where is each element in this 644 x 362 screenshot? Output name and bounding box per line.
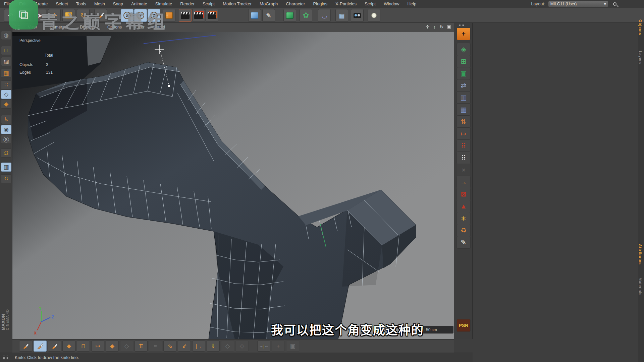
tab-attributes[interactable]: Attributes: [638, 244, 642, 265]
menu-animate[interactable]: Animate: [127, 1, 151, 6]
menu-create[interactable]: Create: [31, 1, 52, 6]
rotate-plane-button[interactable]: ⇘: [163, 341, 176, 352]
viewport-zoom-icon[interactable]: ↕: [431, 24, 438, 31]
bevel-button[interactable]: ◆: [62, 341, 75, 352]
menu-mograph[interactable]: MoGraph: [256, 1, 282, 6]
pen-spline-button[interactable]: ✎: [262, 9, 275, 22]
recycle-optimize-button[interactable]: ♻: [457, 224, 471, 237]
viewport-rotate-icon[interactable]: ↻: [438, 24, 445, 31]
fold-export-button[interactable]: →: [457, 176, 471, 188]
layout-dropdown[interactable]: MILG11 (User) ▾: [548, 1, 608, 7]
snap-s-button[interactable]: Ⓢ: [1, 135, 11, 144]
weld-center-button[interactable]: →|←: [257, 341, 270, 352]
viewport-camera-label[interactable]: Perspective: [19, 38, 41, 43]
search-icon[interactable]: [613, 2, 616, 6]
render-settings-button[interactable]: [206, 9, 218, 22]
polygons-mode-button[interactable]: ◆: [1, 100, 11, 109]
make-editable-button[interactable]: ◍: [1, 31, 11, 40]
menu-motion-tracker[interactable]: Motion Tracker: [219, 1, 256, 6]
menu-help[interactable]: Help: [403, 1, 420, 6]
menu-mesh[interactable]: Mesh: [90, 1, 109, 6]
workplane-mode-button[interactable]: ▦: [1, 69, 11, 78]
grip-icon[interactable]: [15, 25, 20, 30]
matrix-extrude-button[interactable]: ⇈: [135, 341, 148, 352]
white-dots-button[interactable]: ⠿: [457, 152, 471, 164]
psr-reset-button[interactable]: PSR: [457, 319, 471, 332]
menu-tools[interactable]: Tools: [72, 1, 90, 6]
lock-y-axis-button[interactable]: Y: [134, 9, 147, 22]
menu-edit[interactable]: Edit: [15, 1, 31, 6]
menu-x-particles[interactable]: X-Particles: [331, 1, 361, 6]
floor-environment-button[interactable]: ▦: [335, 9, 348, 22]
point-generator-button[interactable]: ◈: [457, 43, 471, 56]
render-to-picture-viewer-button[interactable]: [192, 9, 205, 22]
red-dots-button[interactable]: ⠿: [457, 139, 471, 152]
viewport-menu-cameras[interactable]: Cameras: [50, 25, 67, 29]
move-tool-button[interactable]: ✛: [48, 9, 61, 22]
viewport-pan-icon[interactable]: ✛: [424, 24, 431, 31]
add-primitive-button[interactable]: [248, 9, 261, 22]
mograph-button[interactable]: ✿: [300, 9, 312, 22]
menu-snap[interactable]: Snap: [109, 1, 127, 6]
rotate-tool-button[interactable]: ↻: [77, 9, 90, 22]
undo-button[interactable]: ↶: [4, 9, 17, 22]
set-flow-button[interactable]: ⇓: [207, 341, 220, 352]
model-mode-button[interactable]: □: [1, 46, 11, 55]
live-selection-button[interactable]: ➤: [34, 9, 46, 22]
deformer-button[interactable]: ◡: [318, 9, 331, 22]
edge-cut-button[interactable]: |→: [192, 341, 205, 352]
enable-axis-button[interactable]: ↳: [1, 115, 11, 124]
menu-sculpt[interactable]: Sculpt: [199, 1, 219, 6]
matrix-table-button[interactable]: ▦: [457, 103, 471, 116]
menu-window[interactable]: Window: [380, 1, 403, 6]
planar-workplane-button[interactable]: ↻: [1, 174, 11, 183]
viewport-menu-view[interactable]: View: [28, 25, 37, 29]
lock-x-axis-button[interactable]: X: [121, 9, 133, 22]
delete-window-button[interactable]: ⊠: [457, 188, 471, 200]
snapping-magnet-button[interactable]: Ω: [1, 148, 11, 158]
texture-mode-button[interactable]: ▨: [1, 57, 11, 66]
subdivision-surface-button[interactable]: [283, 9, 296, 22]
bridge-button[interactable]: ⊓: [77, 341, 90, 352]
tab-objects[interactable]: Objects: [638, 19, 642, 35]
render-view-button[interactable]: [179, 9, 192, 22]
align-button[interactable]: ↦: [457, 127, 471, 140]
menu-script[interactable]: Script: [361, 1, 380, 6]
polygon-knife-button[interactable]: [19, 341, 32, 352]
menu-simulate[interactable]: Simulate: [151, 1, 176, 6]
cube-points-button[interactable]: ⊞: [457, 55, 471, 68]
menu-plugins[interactable]: Plugins: [309, 1, 331, 6]
loop-cut-button[interactable]: [48, 341, 61, 352]
explode-segments-button[interactable]: ▣: [457, 67, 471, 80]
viewport-menu-options[interactable]: Options: [107, 25, 122, 29]
tab-layers[interactable]: Layers: [638, 51, 642, 64]
edit-window-button[interactable]: ✎: [457, 236, 471, 249]
camera-button[interactable]: [351, 9, 364, 22]
extrude-button[interactable]: ◆: [106, 341, 119, 352]
viewport-menu-display[interactable]: Display: [80, 25, 94, 29]
grip-icon[interactable]: [459, 23, 464, 26]
menu-file[interactable]: File: [0, 1, 15, 6]
redo-button[interactable]: ↷: [18, 9, 31, 22]
menu-select[interactable]: Select: [52, 1, 72, 6]
triangulate-button[interactable]: ▲: [457, 200, 471, 213]
rotate-plane2-button[interactable]: ⇙: [178, 341, 191, 352]
edges-mode-button[interactable]: ◇: [1, 90, 11, 99]
lock-z-axis-button[interactable]: Z: [148, 9, 160, 22]
knife-tool-button[interactable]: [34, 341, 47, 352]
shuffle-disc-button[interactable]: ⇄: [457, 79, 471, 92]
lock-workplane-button[interactable]: ▦: [1, 163, 11, 172]
light-button[interactable]: [368, 9, 380, 22]
center-axis-button[interactable]: +: [457, 27, 471, 40]
coordinate-system-button[interactable]: ↑: [163, 9, 175, 22]
viewport-canvas[interactable]: Y Z X: [12, 32, 454, 339]
swap-arrows-button[interactable]: ⇅: [457, 115, 471, 128]
viewport-solo-button[interactable]: ◉: [1, 125, 11, 134]
tab-materials[interactable]: Materials: [638, 278, 642, 296]
last-tool-knife-button[interactable]: [94, 9, 107, 22]
chart-cubes-button[interactable]: ▥: [457, 91, 471, 104]
menu-render[interactable]: Render: [176, 1, 199, 6]
viewport-menu-panel[interactable]: Panel: [154, 25, 165, 29]
scale-tool-button[interactable]: [62, 9, 75, 22]
honeycomb-button[interactable]: ∗: [457, 212, 471, 225]
